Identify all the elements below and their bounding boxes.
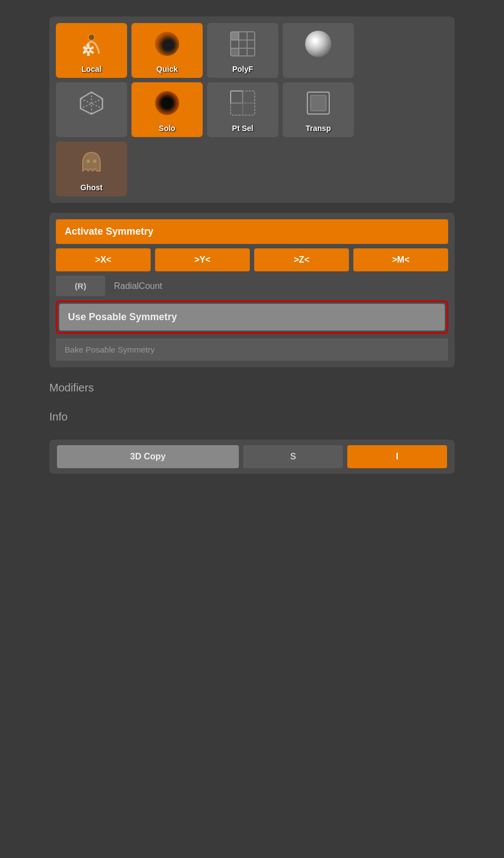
symmetry-panel: Activate Symmetry >X< >Y< >Z< >M< (R) Ra… [49,213,455,367]
local-label: Local [82,65,102,73]
ptsel-label: Pt Sel [232,124,254,133]
transp-icon [283,87,354,120]
activate-symmetry-button[interactable]: Activate Symmetry [56,219,448,244]
svg-rect-19 [311,95,326,111]
svg-rect-8 [231,32,239,40]
svg-text:✲: ✲ [82,42,94,58]
local-button[interactable]: ✲ Local [56,23,127,78]
box-icon [56,87,127,120]
svg-point-1 [89,35,94,40]
ghost-label: Ghost [81,183,102,192]
solo-label: Solo [159,124,175,133]
radial-button[interactable]: (R) [56,276,105,296]
use-posable-symmetry-button[interactable]: Use Posable Symmetry [59,304,445,331]
ghost-icon [56,146,127,179]
display-row-3: Ghost [56,141,448,196]
x-axis-button[interactable]: >X< [56,248,151,271]
info-label: Info [49,406,455,425]
copy-panel: 3D Copy S I [49,440,455,474]
main-container: ✲ Local Quick [49,11,455,474]
transp-label: Transp [306,124,331,133]
sphere-icon [283,27,354,60]
transp-button[interactable]: Transp [283,82,354,137]
ptsel-button[interactable]: Pt Sel [207,82,278,137]
z-axis-button[interactable]: >Z< [254,248,349,271]
svg-rect-9 [231,48,239,56]
axis-row: >X< >Y< >Z< >M< [56,248,448,271]
modifiers-label: Modifiers [49,377,455,396]
quick-button[interactable]: Quick [131,23,203,78]
quick-icon [131,27,203,60]
polyf-icon [207,27,278,60]
display-row-1: ✲ Local Quick [56,23,448,78]
solo-button[interactable]: Solo [131,82,203,137]
s-button[interactable]: S [243,445,343,468]
posable-symmetry-highlight: Use Posable Symmetry [56,300,448,334]
polyf-button[interactable]: PolyF [207,23,278,78]
y-axis-button[interactable]: >Y< [155,248,250,271]
svg-point-20 [87,160,90,163]
radial-row: (R) RadialCount [56,276,448,296]
svg-point-21 [93,160,96,163]
solo-icon [131,87,203,120]
display-row-2: Solo Pt Sel [56,82,448,137]
display-panel: ✲ Local Quick [49,16,455,203]
sphere-button[interactable] [283,23,354,78]
m-axis-button[interactable]: >M< [353,248,448,271]
i-button[interactable]: I [347,445,447,468]
polyf-label: PolyF [232,65,253,73]
quick-label: Quick [157,65,178,73]
radial-count-label: RadialCount [110,281,448,291]
bake-posable-button[interactable]: Bake Posable Symmetry [56,338,448,361]
3d-copy-button[interactable]: 3D Copy [57,445,239,468]
svg-rect-15 [231,91,243,103]
ghost-button[interactable]: Ghost [56,141,127,196]
ptsel-icon [207,87,278,120]
local-icon: ✲ [56,27,127,60]
box-button[interactable] [56,82,127,137]
